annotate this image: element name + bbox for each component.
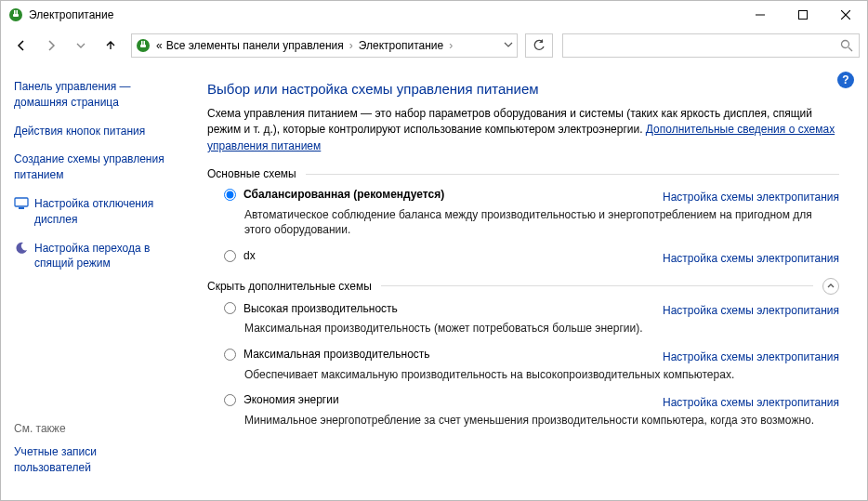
minimize-button[interactable] [739,1,782,29]
plan-configure-link[interactable]: Настройка схемы электропитания [663,252,839,265]
help-button[interactable]: ? [837,72,854,88]
plan-radio[interactable] [224,302,236,314]
nav-back-button[interactable] [8,33,34,59]
breadcrumb-sep: « [154,39,164,52]
breadcrumb-item[interactable]: Электропитание [357,39,445,52]
breadcrumb-item[interactable]: Все элементы панели управления [164,39,346,52]
see-also-label: См. также [14,422,176,435]
navbar: « Все элементы панели управления › Элект… [1,29,867,62]
sidebar-item[interactable]: Настройка отключения дисплея [14,196,176,228]
main-panel: Выбор или настройка схемы управления пит… [187,62,867,500]
power-plug-icon [8,7,23,22]
sidebar-item[interactable]: Действия кнопок питания [14,124,176,139]
section-primary-label: Основные схемы [207,167,296,180]
svg-rect-3 [13,14,19,17]
plan-radio[interactable] [224,349,236,361]
titlebar: Электропитание [1,1,867,29]
plan-configure-link[interactable]: Настройка схемы электропитания [663,396,839,409]
chevron-down-icon[interactable] [504,39,513,52]
plan-radio-label[interactable]: Сбалансированная (рекомендуется) [224,188,444,201]
plan-description: Максимальная производительность (может п… [244,321,839,336]
power-plan: Экономия энергииНастройка схемы электроп… [224,393,839,428]
plan-radio-label[interactable]: Максимальная производительность [224,348,430,361]
svg-line-13 [848,47,852,51]
plan-name: Экономия энергии [243,393,339,406]
svg-rect-14 [15,198,28,206]
close-button[interactable] [824,1,867,29]
power-plan: Максимальная производительностьНастройка… [224,348,839,382]
sidebar-accounts-link[interactable]: Учетные записи пользователей [14,444,176,476]
power-plan: dxНастройка схемы электропитания [224,249,839,265]
address-bar[interactable]: « Все элементы панели управления › Элект… [131,33,518,58]
nav-forward-button[interactable] [38,33,64,59]
window-controls [739,1,867,29]
svg-rect-11 [140,45,146,47]
svg-point-12 [842,41,849,48]
plan-name: Сбалансированная (рекомендуется) [243,188,444,201]
power-plug-icon [136,38,151,53]
monitor-icon [14,196,29,228]
search-input[interactable] [562,33,860,58]
power-plan: Высокая производительностьНастройка схем… [224,302,839,336]
nav-up-button[interactable] [98,33,124,59]
sidebar-item[interactable]: Создание схемы управления питанием [14,152,176,183]
collapse-icon[interactable] [822,278,839,295]
sidebar: Панель управления — домашняя страница Де… [1,62,187,500]
chevron-right-icon[interactable]: › [346,39,357,52]
section-primary-header: Основные схемы [207,167,839,180]
page-heading: Выбор или настройка схемы управления пит… [207,81,839,97]
section-extra-label: Скрыть дополнительные схемы [207,280,372,293]
refresh-button[interactable] [525,33,553,58]
content-body: ? Панель управления — домашняя страница … [1,62,867,500]
plan-radio-label[interactable]: Экономия энергии [224,393,339,406]
plan-name: Максимальная производительность [243,348,430,361]
plan-description: Минимальное энергопотребление за счет ум… [244,413,839,428]
section-extra-header: Скрыть дополнительные схемы [207,278,839,295]
plan-radio[interactable] [224,394,236,406]
nav-recent-button[interactable] [68,33,94,59]
plan-radio[interactable] [224,189,236,201]
plan-configure-link[interactable]: Настройка схемы электропитания [663,191,839,204]
moon-icon [14,241,29,272]
svg-rect-5 [799,11,808,20]
sidebar-item[interactable]: Настройка перехода в спящий режим [14,241,176,272]
maximize-button[interactable] [782,1,824,29]
chevron-right-icon[interactable]: › [445,39,456,52]
power-plan: Сбалансированная (рекомендуется)Настройк… [224,188,839,238]
intro-text: Схема управления питанием — это набор па… [207,106,839,154]
plan-name: Высокая производительность [243,302,398,315]
plan-radio-label[interactable]: dx [224,249,256,262]
plan-radio[interactable] [224,250,236,262]
svg-rect-15 [19,207,24,209]
plan-description: Автоматическое соблюдение баланса между … [244,207,839,239]
search-icon [840,39,853,52]
plan-configure-link[interactable]: Настройка схемы электропитания [663,304,839,317]
plan-configure-link[interactable]: Настройка схемы электропитания [663,350,839,363]
plan-name: dx [243,249,256,262]
plan-radio-label[interactable]: Высокая производительность [224,302,398,315]
sidebar-home-link[interactable]: Панель управления — домашняя страница [14,79,176,111]
window-title: Электропитание [29,8,739,21]
plan-description: Обеспечивает максимальную производительн… [244,367,839,383]
